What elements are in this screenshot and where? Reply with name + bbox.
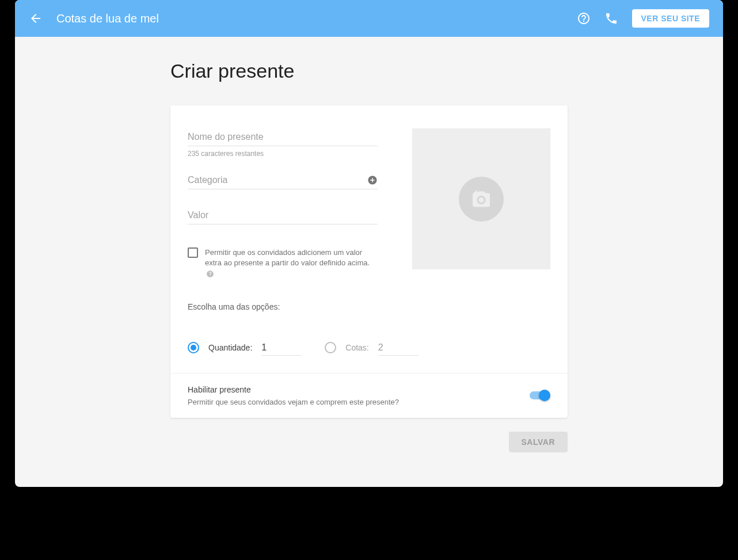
- page-title: Criar presente: [170, 60, 568, 82]
- cotas-label: Cotas:: [345, 343, 368, 352]
- value-field: [188, 207, 378, 224]
- quantity-label: Quantidade:: [208, 343, 252, 352]
- name-field: 235 caracteres restantes: [188, 128, 378, 158]
- form-left: 235 caracteres restantes Categoria: [188, 128, 378, 356]
- add-photo-icon: [470, 189, 493, 209]
- help-circle-icon: [577, 12, 591, 25]
- app-window: Cotas de lua de mel VER SEU SITE Criar p…: [15, 0, 723, 487]
- phone-button[interactable]: [604, 12, 618, 25]
- cotas-input[interactable]: [378, 340, 419, 356]
- name-input[interactable]: [188, 128, 378, 146]
- help-button[interactable]: [577, 12, 591, 25]
- action-row: SALVAR: [170, 432, 568, 452]
- category-field[interactable]: Categoria: [188, 175, 378, 189]
- content: Criar presente 235 caracteres restantes …: [15, 37, 723, 487]
- form-card: 235 caracteres restantes Categoria: [170, 105, 568, 418]
- card-footer: Habilitar presente Permitir que seus con…: [170, 373, 568, 418]
- radio-row: Quantidade: Cotas:: [188, 340, 378, 356]
- arrow-back-icon: [29, 12, 43, 25]
- quantity-option: Quantidade:: [188, 340, 302, 356]
- header-actions: VER SEU SITE: [577, 9, 709, 28]
- header: Cotas de lua de mel VER SEU SITE: [15, 0, 723, 37]
- extra-value-checkbox-row: Permitir que os convidados adicionem um …: [188, 247, 378, 279]
- category-field-wrapper: Categoria: [188, 175, 378, 189]
- help-icon: [206, 270, 214, 278]
- quantity-input[interactable]: [261, 340, 302, 356]
- header-title: Cotas de lua de mel: [56, 12, 577, 25]
- footer-text: Habilitar presente Permitir que seus con…: [188, 385, 530, 406]
- image-upload-circle: [459, 177, 504, 222]
- options-label: Escolha uma das opções:: [188, 302, 378, 311]
- add-category-button[interactable]: [367, 175, 378, 185]
- category-label: Categoria: [188, 175, 367, 185]
- name-helper-text: 235 caracteres restantes: [188, 150, 378, 158]
- cotas-option: Cotas:: [325, 340, 418, 356]
- quantity-radio[interactable]: [188, 342, 199, 353]
- extra-value-checkbox[interactable]: [188, 247, 198, 258]
- enable-gift-toggle[interactable]: [530, 390, 550, 401]
- help-tooltip-button[interactable]: [206, 270, 214, 278]
- extra-value-checkbox-label: Permitir que os convidados adicionem um …: [205, 247, 378, 279]
- value-input[interactable]: [188, 207, 378, 224]
- back-button[interactable]: [29, 12, 43, 25]
- enable-gift-title: Habilitar presente: [188, 385, 530, 394]
- cotas-radio[interactable]: [325, 342, 336, 353]
- card-body: 235 caracteres restantes Categoria: [170, 105, 568, 373]
- save-button[interactable]: SALVAR: [509, 432, 568, 452]
- toggle-thumb: [539, 390, 550, 401]
- image-upload[interactable]: [412, 128, 550, 269]
- phone-icon: [604, 12, 618, 25]
- plus-circle-icon: [367, 175, 378, 185]
- enable-gift-subtitle: Permitir que seus convidados vejam e com…: [188, 398, 530, 406]
- view-site-button[interactable]: VER SEU SITE: [632, 9, 709, 28]
